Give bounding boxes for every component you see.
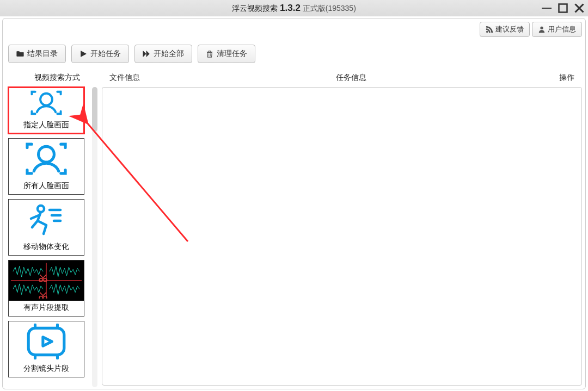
tile-all-faces[interactable]: 所有人脸画面 xyxy=(8,138,84,195)
svg-point-8 xyxy=(39,146,54,162)
rss-icon xyxy=(486,26,493,33)
tile-audio-extract[interactable]: 有声片段提取 xyxy=(8,260,84,316)
tile-label: 有声片段提取 xyxy=(9,301,84,316)
close-button[interactable] xyxy=(574,3,585,14)
main-panel: 建议反馈 用户信息 结果目录 开始任务 开始全部 清理任务 视频搜索方式 文件信… xyxy=(2,18,586,389)
app-edition: 正式版(195335) xyxy=(303,4,356,13)
tile-label: 移动物体变化 xyxy=(9,240,84,255)
play-icon xyxy=(79,50,87,58)
feedback-button[interactable]: 建议反馈 xyxy=(480,22,530,37)
col-action: 操作 xyxy=(559,73,574,83)
toolbar: 结果目录 开始任务 开始全部 清理任务 xyxy=(8,45,255,63)
app-name: 浮云视频搜索 xyxy=(232,4,278,13)
app-version: 1.3.2 xyxy=(280,3,301,13)
folder-icon xyxy=(16,50,24,58)
clear-tasks-label: 清理任务 xyxy=(217,49,247,59)
sidebar-scrollbar[interactable] xyxy=(92,87,97,387)
tile-label: 指定人脸画面 xyxy=(9,118,84,133)
maximize-button[interactable] xyxy=(558,3,568,14)
minimize-button[interactable]: — xyxy=(541,3,552,14)
col-method: 视频搜索方式 xyxy=(34,73,80,83)
user-info-label: 用户信息 xyxy=(548,24,576,34)
start-all-label: 开始全部 xyxy=(154,49,184,59)
fast-forward-icon xyxy=(143,50,150,58)
col-file-info: 文件信息 xyxy=(109,73,140,83)
start-all-button[interactable]: 开始全部 xyxy=(134,45,192,63)
sidebar: 指定人脸画面 所有人脸画面 xyxy=(8,87,90,377)
trash-icon xyxy=(206,50,213,58)
face-scan-partial-icon xyxy=(9,88,84,118)
svg-point-7 xyxy=(40,94,52,105)
task-list-panel xyxy=(102,87,582,386)
sidebar-scroll-thumb[interactable] xyxy=(92,87,97,132)
start-task-label: 开始任务 xyxy=(90,49,121,59)
svg-point-4 xyxy=(540,27,543,29)
tile-motion-change[interactable]: 移动物体变化 xyxy=(8,199,84,256)
video-clip-icon xyxy=(9,321,84,362)
result-dir-label: 结果目录 xyxy=(27,49,58,59)
result-dir-button[interactable]: 结果目录 xyxy=(8,45,66,63)
face-scan-icon xyxy=(9,139,84,179)
tile-split-shots[interactable]: 分割镜头片段 xyxy=(8,321,84,377)
window-title: 浮云视频搜索 1.3.2 正式版(195335) xyxy=(0,3,588,14)
svg-rect-0 xyxy=(559,4,567,13)
columns-header: 视频搜索方式 文件信息 任务信息 操作 xyxy=(3,73,585,85)
tile-label: 分割镜头片段 xyxy=(9,362,84,377)
audio-waveform-cut-icon xyxy=(9,260,84,301)
user-info-button[interactable]: 用户信息 xyxy=(532,22,582,37)
col-task-info: 任务信息 xyxy=(336,73,366,83)
window-controls: — xyxy=(541,0,585,16)
header-actions: 建议反馈 用户信息 xyxy=(480,22,582,37)
clear-tasks-button[interactable]: 清理任务 xyxy=(198,45,255,63)
start-task-button[interactable]: 开始任务 xyxy=(71,45,129,63)
user-icon xyxy=(538,26,546,33)
tile-label: 所有人脸画面 xyxy=(9,179,84,194)
svg-point-3 xyxy=(486,31,488,33)
feedback-label: 建议反馈 xyxy=(495,24,524,34)
svg-rect-24 xyxy=(28,328,64,355)
running-person-icon xyxy=(9,200,84,240)
tile-specified-face[interactable]: 指定人脸画面 xyxy=(8,87,84,134)
titlebar: 浮云视频搜索 1.3.2 正式版(195335) — xyxy=(0,0,588,16)
